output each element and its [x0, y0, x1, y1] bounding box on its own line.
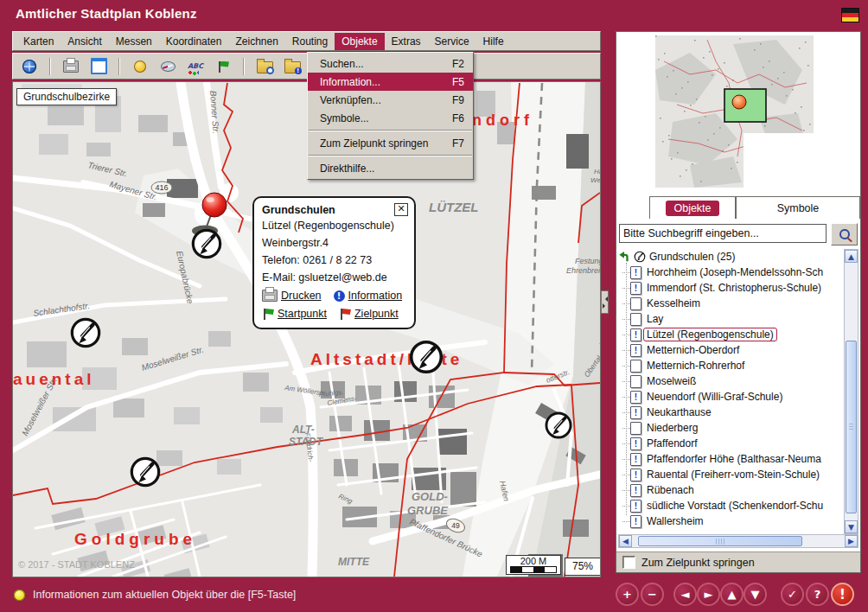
tree-item[interactable]: südliche Vorstadt (Schenkendorf-Schu — [618, 498, 841, 513]
tree-item[interactable]: Immendorf (St. Christopherus-Schule) — [618, 280, 841, 296]
school-pen-icon[interactable] — [131, 458, 158, 485]
tree-item[interactable]: Rübenach — [618, 482, 841, 498]
menu-koordinaten[interactable]: Koordinaten — [159, 33, 229, 50]
popup-address: Weinbergstr.4 — [262, 237, 406, 249]
menu-item-direkthilfe-[interactable]: Direkthilfe... — [308, 159, 473, 177]
objekte-menu: Suchen...F2Information...F5Verknüpfen...… — [307, 52, 474, 180]
panel-collapse-handle[interactable] — [601, 290, 609, 314]
scroll-right-button[interactable]: ▶ — [845, 535, 858, 547]
menu-zeichnen[interactable]: Zeichnen — [228, 33, 284, 50]
tree-item-label: Metternich-Oberdorf — [647, 344, 739, 356]
horizontal-scrollbar[interactable]: ◀ ▶ — [618, 534, 858, 548]
document-alert-icon — [630, 266, 641, 279]
menu-karten[interactable]: Karten — [16, 33, 61, 50]
search-button[interactable] — [831, 223, 858, 245]
folder-search-icon[interactable] — [255, 57, 274, 76]
pan-up-button[interactable]: ▲ — [720, 583, 744, 606]
school-pen-icon[interactable] — [193, 230, 220, 257]
school-pen-icon[interactable] — [546, 413, 571, 437]
district-label: MITTE — [338, 556, 370, 568]
abc-labels-icon[interactable]: ABC — [186, 57, 205, 76]
menu-ansicht[interactable]: Ansicht — [61, 33, 108, 50]
menu-item-shortcut: F7 — [452, 137, 464, 150]
tree-item[interactable]: Rauental (Freiherr-vom-Stein-Schule) — [618, 467, 841, 482]
overview-map[interactable] — [655, 35, 814, 188]
menu-item-suchen-[interactable]: Suchen...F2 — [308, 54, 473, 73]
document-alert-icon — [630, 344, 641, 357]
layer-button[interactable]: Grundschulbezirke — [16, 88, 117, 105]
information-link[interactable]: Information — [348, 290, 403, 302]
targetpoint-link[interactable]: Zielpunkt — [354, 308, 399, 320]
tab-symbole[interactable]: Symbole — [736, 196, 860, 219]
alert-button[interactable]: ! — [831, 583, 854, 606]
printer-icon[interactable] — [61, 57, 80, 76]
tree-item[interactable]: Pfaffendorfer Höhe (Balthasar-Neuma — [618, 451, 841, 467]
menu-routing[interactable]: Routing — [285, 33, 335, 50]
startpoint-link[interactable]: Startpunkt — [278, 308, 327, 320]
help-button[interactable]: ? — [806, 583, 829, 606]
tree-item[interactable]: Metternich-Rohrerhof — [618, 358, 841, 373]
search-row — [616, 221, 860, 247]
tree-item[interactable]: Neukarthause — [618, 405, 841, 420]
tree-item[interactable]: Niederberg — [618, 420, 841, 436]
document-alert-icon — [630, 469, 641, 481]
scroll-up-button[interactable]: ▲ — [845, 250, 858, 263]
tree-item[interactable]: Lay — [618, 311, 841, 327]
tree-item[interactable]: Pfaffendorf — [618, 436, 841, 451]
menu-item-information-[interactable]: Information...F5 — [308, 73, 473, 91]
tab-objekte[interactable]: Objekte — [649, 196, 736, 219]
menu-extras[interactable]: Extras — [385, 33, 428, 50]
tree-item-label: Kesselheim — [647, 297, 700, 309]
coin-icon[interactable] — [131, 57, 150, 76]
menu-item-zum-zielpunkt-springen[interactable]: Zum Zielpunkt springenF7 — [308, 134, 473, 152]
document-alert-icon — [630, 328, 641, 341]
tree-item[interactable]: Horchheim (Joseph-Mendelssohn-Sch — [618, 265, 841, 280]
print-link[interactable]: Drucken — [281, 290, 322, 302]
new-window-icon[interactable] — [89, 57, 108, 76]
menu-bar: KartenAnsichtMessenKoordinatenZeichnenRo… — [12, 31, 601, 51]
tab-objekte-label: Objekte — [666, 201, 718, 216]
globe-info-icon[interactable] — [20, 57, 39, 76]
document-alert-icon — [630, 282, 641, 295]
tree-item[interactable]: Moselweiß — [618, 373, 841, 389]
tree-item[interactable]: Lützel (Regenbogenschule) — [618, 327, 841, 342]
district-label: Goldgrube — [74, 530, 196, 548]
pan-left-button[interactable]: ◄ — [673, 583, 697, 606]
folder-info-icon[interactable] — [283, 57, 302, 76]
menu-hilfe[interactable]: Hilfe — [476, 33, 511, 50]
tree-item[interactable]: Wallersheim — [618, 513, 841, 529]
school-pen-icon[interactable] — [412, 342, 442, 373]
menu-item-label: Verknüpfen... — [320, 94, 381, 106]
scroll-down-button[interactable]: ▼ — [845, 520, 858, 533]
printer-icon — [262, 290, 278, 302]
pan-right-button[interactable]: ► — [697, 583, 720, 606]
search-input[interactable] — [619, 224, 827, 243]
vertical-scrollbar[interactable]: ▲ ▼ — [844, 249, 858, 534]
jump-to-target-checkbox[interactable] — [622, 556, 635, 569]
tree-item[interactable]: Metternich-Oberdorf — [618, 342, 841, 358]
tree-header[interactable]: Grundschulen (25) — [618, 249, 841, 265]
menu-messen[interactable]: Messen — [109, 33, 159, 50]
menu-objekte[interactable]: Objekte — [335, 33, 384, 50]
green-flag-icon[interactable] — [214, 57, 233, 76]
close-icon[interactable]: ✕ — [394, 203, 408, 216]
zoom-out-button[interactable]: − — [641, 583, 664, 606]
menu-service[interactable]: Service — [428, 33, 476, 50]
scroll-left-button[interactable]: ◀ — [619, 535, 632, 547]
zoom-in-button[interactable]: + — [616, 583, 639, 606]
tree-item[interactable]: Kesselheim — [618, 296, 841, 311]
tree-item[interactable]: Neuendorf (Willi-Graf-Schule) — [618, 389, 841, 405]
pan-down-button[interactable]: ▼ — [744, 583, 767, 606]
vertical-scroll-thumb[interactable] — [846, 341, 857, 513]
confirm-button[interactable]: ✓ — [781, 583, 804, 606]
german-flag-icon[interactable] — [841, 8, 859, 22]
document-icon — [630, 313, 641, 326]
compass-icon[interactable] — [158, 57, 177, 76]
tab-symbole-label: Symbole — [777, 202, 820, 214]
menu-item-symbole-[interactable]: Symbole...F6 — [308, 109, 473, 127]
popup-phone: Telefon: 0261 / 8 22 73 — [262, 254, 406, 266]
school-pen-icon[interactable] — [72, 319, 99, 346]
menu-item-verknüpfen-[interactable]: Verknüpfen...F9 — [308, 91, 473, 109]
sidebar-panel: Objekte Symbole Grundschulen (25) — [616, 31, 861, 573]
horizontal-scroll-thumb[interactable] — [638, 536, 802, 546]
